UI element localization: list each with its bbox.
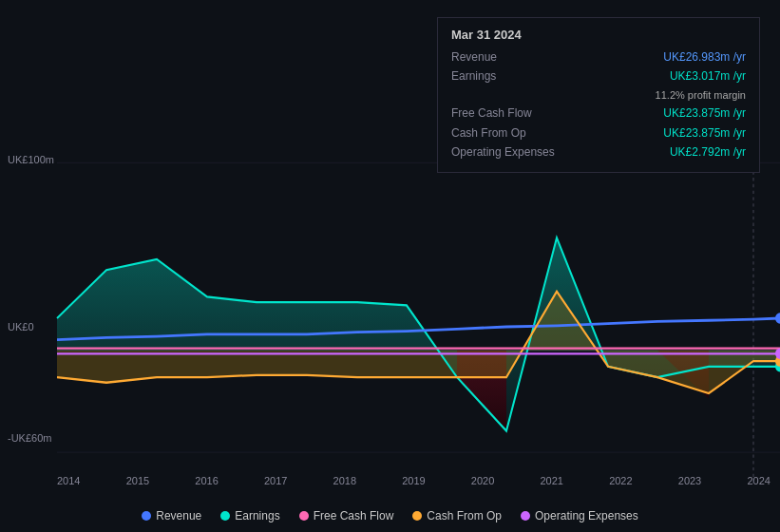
chart-legend: Revenue Earnings Free Cash Flow Cash Fro… [0, 509, 780, 522]
legend-cashop-dot [412, 511, 422, 521]
tooltip-revenue-label: Revenue [451, 48, 575, 66]
tooltip-opex-label: Operating Expenses [451, 142, 575, 162]
legend-revenue-dot [142, 511, 151, 521]
tooltip-margin-row: 11.2% profit margin [451, 86, 746, 104]
tooltip-opex-value: UK£2.792m /yr [670, 142, 746, 162]
chart-svg [0, 152, 780, 484]
tooltip-cashop-row: Cash From Op UK£23.875m /yr [451, 124, 746, 142]
tooltip-fcf-label: Free Cash Flow [451, 104, 575, 123]
tooltip-cashop-value: UK£23.875m /yr [663, 124, 746, 142]
legend-earnings-dot [220, 511, 230, 521]
tooltip-panel: Mar 31 2024 Revenue UK£26.983m /yr Earni… [437, 17, 760, 173]
tooltip-earnings-row: Earnings UK£3.017m /yr [451, 66, 746, 86]
legend-fcf-label: Free Cash Flow [314, 509, 394, 522]
tooltip-margin-value: 11.2% profit margin [656, 86, 746, 104]
tooltip-fcf-row: Free Cash Flow UK£23.875m /yr [451, 104, 746, 123]
tooltip-revenue-row: Revenue UK£26.983m /yr [451, 48, 746, 66]
legend-revenue: Revenue [142, 509, 201, 522]
legend-opex: Operating Expenses [521, 509, 638, 522]
legend-fcf: Free Cash Flow [299, 509, 394, 522]
tooltip-revenue-value: UK£26.983m /yr [663, 48, 746, 66]
tooltip-earnings-label: Earnings [451, 66, 575, 86]
tooltip-cashop-label: Cash From Op [451, 124, 575, 142]
tooltip-title: Mar 31 2024 [451, 28, 746, 42]
svg-point-5 [775, 313, 780, 323]
legend-cashop: Cash From Op [412, 509, 502, 522]
legend-earnings-label: Earnings [235, 509, 279, 522]
legend-earnings: Earnings [220, 509, 279, 522]
legend-revenue-label: Revenue [156, 509, 201, 522]
tooltip-opex-row: Operating Expenses UK£2.792m /yr [451, 142, 746, 162]
legend-cashop-label: Cash From Op [427, 509, 502, 522]
tooltip-earnings-value: UK£3.017m /yr [670, 66, 746, 86]
legend-opex-label: Operating Expenses [535, 509, 638, 522]
tooltip-fcf-value: UK£23.875m /yr [663, 104, 746, 123]
chart-area [0, 152, 780, 484]
legend-fcf-dot [299, 511, 309, 521]
legend-opex-dot [521, 511, 530, 521]
